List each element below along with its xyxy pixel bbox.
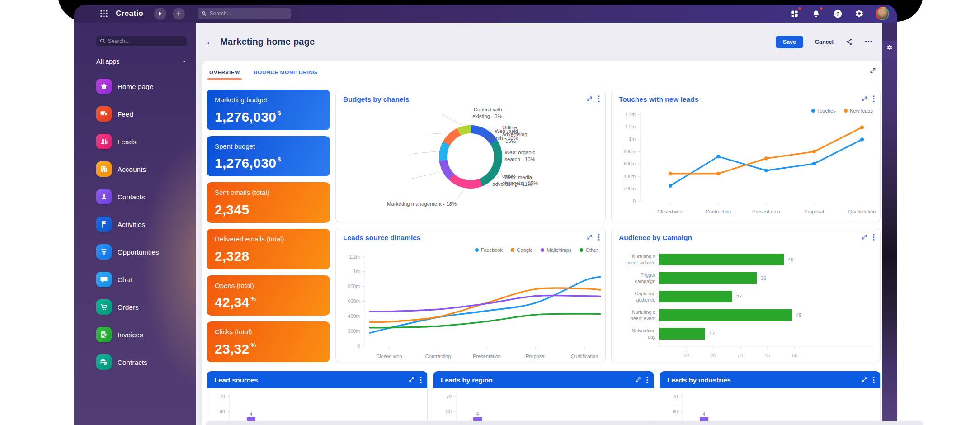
sidebar-item-leads[interactable]: Leads [96, 132, 187, 151]
svg-text:Trigger: Trigger [641, 272, 655, 278]
kpi-title: Marketing budget [215, 96, 322, 104]
svg-text:36: 36 [761, 275, 766, 281]
expand-icon[interactable] [862, 234, 867, 240]
sidebar-item-orders[interactable]: Orders [96, 297, 187, 317]
kebab-menu-icon[interactable] [873, 234, 875, 241]
expand-icon[interactable] [409, 377, 415, 383]
more-menu-icon[interactable]: ⋯ [865, 37, 872, 47]
global-search-input[interactable] [209, 10, 282, 17]
expand-icon[interactable] [862, 96, 867, 102]
svg-text:0: 0 [357, 343, 360, 349]
back-arrow-icon[interactable]: ← [206, 37, 215, 47]
apps-filter-dropdown[interactable]: All apps [96, 58, 187, 65]
svg-text:800m: 800m [624, 149, 636, 154]
kpi-tile: Spent budget1,276,030$ [207, 136, 330, 177]
expand-icon[interactable] [635, 377, 641, 383]
svg-text:200m: 200m [624, 186, 636, 191]
svg-text:$: $ [104, 362, 106, 365]
bell-icon[interactable] [810, 8, 821, 19]
donut-segment-label: Web: organicsearch - 10% [504, 149, 535, 163]
svg-text:17: 17 [709, 331, 715, 336]
donut-segment-label: Contact withexisting - 3% [472, 106, 502, 120]
svg-text:audience: audience [636, 297, 655, 302]
kebab-menu-icon[interactable] [873, 377, 875, 383]
sidebar-item-label: Accounts [118, 165, 146, 173]
cancel-button[interactable]: Cancel [815, 39, 834, 45]
svg-text:campaign: campaign [635, 279, 655, 284]
app-window: Creatio ? [74, 5, 897, 425]
sidebar-search[interactable] [96, 36, 187, 46]
save-button[interactable]: Save [776, 36, 803, 48]
main-area: ← Marketing home page Save Cancel ⋯ OVER… [196, 23, 882, 425]
svg-text:40: 40 [765, 353, 770, 358]
sidebar-item-opportunities[interactable]: Opportunities [96, 242, 187, 262]
svg-text:Presentation: Presentation [473, 354, 501, 359]
chevron-down-icon [182, 59, 187, 64]
sidebar-item-label: Activities [118, 221, 145, 228]
sidebar-item-label: Contacts [118, 193, 145, 201]
run-process-button[interactable] [154, 8, 166, 20]
svg-text:27: 27 [736, 294, 742, 299]
svg-text:1.2m: 1.2m [625, 124, 636, 129]
expand-icon[interactable] [587, 96, 593, 102]
bar-chart: 70604 [660, 388, 880, 425]
svg-text:4: 4 [703, 411, 706, 416]
leads-source-dinamics-card: Leads source dinamics FacebookGoogleMail… [335, 228, 606, 362]
page-settings-gear-icon[interactable] [886, 44, 893, 52]
notification-dot [798, 7, 801, 10]
kebab-menu-icon[interactable] [598, 234, 600, 241]
bottom-window-strip [206, 421, 923, 425]
help-icon[interactable]: ? [832, 8, 843, 19]
sidebar-item-accounts[interactable]: Accounts [96, 159, 187, 179]
sidebar-item-activities[interactable]: Activities [96, 214, 187, 234]
touches-with-new-leads-card: Touches with new leads TouchesNew leads … [611, 90, 881, 222]
expand-icon[interactable] [862, 377, 867, 383]
sidebar-item-invoices[interactable]: Invoices [96, 325, 187, 345]
sidebar-item-contracts[interactable]: $Contracts [96, 352, 187, 372]
donut-segment-label: Marketing management - 18% [354, 201, 490, 208]
notification-dot [820, 7, 823, 10]
share-icon[interactable] [845, 38, 853, 46]
expand-icon[interactable] [587, 234, 593, 240]
chart-title: Lead sources [214, 376, 258, 384]
svg-text:Closed won: Closed won [657, 209, 683, 214]
sidebar-item-home-page[interactable]: Home page [96, 76, 187, 96]
kebab-menu-icon[interactable] [646, 377, 648, 383]
sidebar-item-feed[interactable]: Feed [96, 104, 187, 124]
svg-text:800m: 800m [348, 283, 360, 289]
svg-text:400m: 400m [348, 313, 360, 319]
workplaces-icon[interactable] [789, 8, 800, 19]
kebab-menu-icon[interactable] [420, 377, 422, 383]
opportunities-icon [96, 244, 112, 260]
global-search[interactable] [198, 8, 291, 19]
sidebar-item-chat[interactable]: Chat [96, 269, 187, 289]
tab-overview[interactable]: OVERVIEW [209, 62, 240, 80]
kpi-column: Marketing budget1,276,030$Spent budget1,… [207, 90, 330, 362]
kebab-menu-icon[interactable] [873, 95, 875, 102]
activities-icon [96, 217, 112, 232]
svg-text:200m: 200m [348, 328, 360, 334]
svg-text:Contracting: Contracting [425, 354, 451, 359]
sidebar-item-label: Chat [118, 276, 132, 283]
settings-gear-icon[interactable] [854, 8, 865, 19]
sidebar-search-input[interactable] [108, 38, 171, 44]
sidebar-item-label: Invoices [118, 331, 143, 339]
kpi-title: Sent emails (total) [215, 189, 322, 196]
svg-text:600m: 600m [348, 298, 360, 304]
line-chart: 1.2m1m800m600m400m200m0Closed wonContrac… [336, 251, 605, 362]
sidebar-item-contacts[interactable]: Contacts [96, 187, 187, 207]
svg-text:day: day [648, 334, 656, 340]
svg-text:1m: 1m [353, 269, 360, 274]
invoices-icon [96, 327, 112, 342]
user-avatar[interactable] [876, 7, 889, 20]
donut-segment-label: Web: mediaadvertising - 11% [492, 174, 532, 188]
waffle-menu-icon[interactable] [99, 8, 109, 19]
kpi-tile: Opens (total)42,34% [207, 275, 330, 316]
line-chart: 1.4m1.2m1m800m600m400m200m0Closed wonCon… [612, 110, 880, 222]
add-button[interactable] [173, 8, 185, 20]
expand-icon[interactable] [870, 67, 876, 76]
bar-chart: 102030405046Nurturing aneed: website36Tr… [612, 246, 880, 362]
kebab-menu-icon[interactable] [598, 95, 600, 102]
page-title: Marketing home page [220, 37, 315, 47]
tab-bounce-monitoring[interactable]: BOUNCE MONITORING [254, 62, 317, 80]
